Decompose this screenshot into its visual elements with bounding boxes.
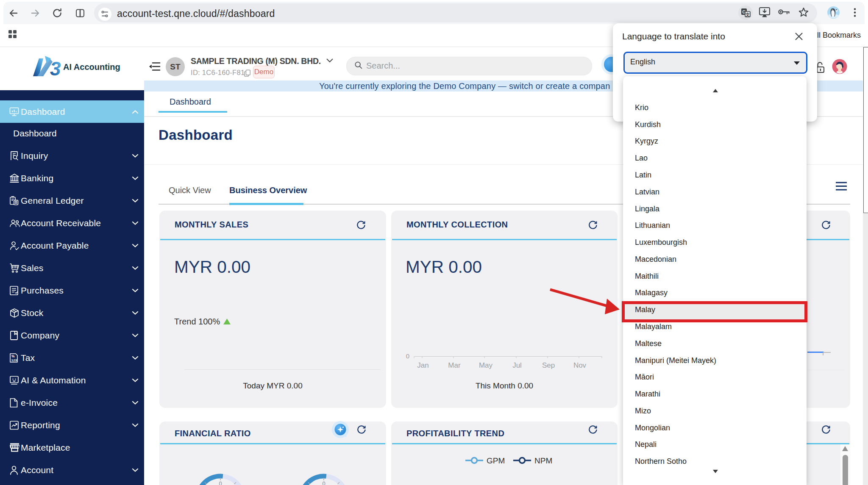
svg-text:0: 0	[219, 480, 222, 485]
svg-text:NPM: NPM	[534, 456, 552, 465]
svg-text:GPM: GPM	[487, 456, 505, 465]
svg-text:3: 3	[50, 58, 61, 79]
svg-text:文: 文	[745, 12, 750, 17]
svg-text:0: 0	[323, 480, 326, 485]
svg-text:123: 123	[11, 358, 17, 362]
svg-text:AI Accounting: AI Accounting	[63, 62, 120, 72]
svg-text:%: %	[11, 354, 15, 358]
